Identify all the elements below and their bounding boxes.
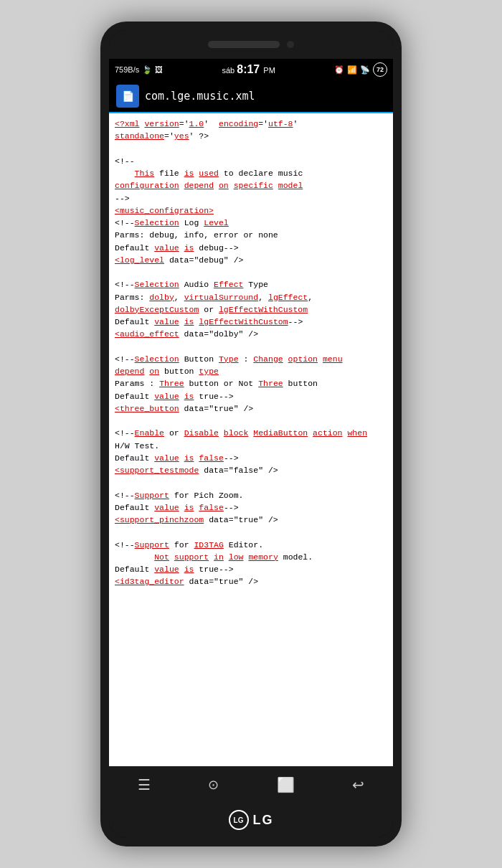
line-audio-effect: <audio_effect data="dolby" />: [115, 328, 387, 340]
app-header: 📄 com.lge.music.xml: [109, 80, 393, 113]
menu-icon: ☰: [138, 777, 151, 793]
app-title: com.lge.music.xml: [145, 90, 255, 103]
battery-display: 72: [373, 62, 387, 77]
alarm-icon: ⏰: [334, 65, 344, 75]
line-three-button: <three_button data="true" />: [115, 402, 387, 415]
line-blank-4: [115, 415, 387, 427]
period-label: PM: [263, 66, 275, 75]
line-default-log: Default value is debug-->: [115, 242, 387, 254]
lg-circle-text: LG: [234, 816, 244, 824]
line-testmode: <support_testmode data="false" />: [115, 464, 387, 476]
line-parms-audio: Parms: dolby, virtualSurround, lgEffect,: [115, 291, 387, 303]
signal-icon: 📡: [360, 65, 370, 75]
front-camera: [287, 41, 294, 48]
phone-top-decoration: [109, 30, 393, 59]
xml-icon-symbol: 📄: [122, 90, 134, 102]
line-enable: <!--Enable or Disable block MediaButton …: [115, 427, 387, 439]
status-bar: 759B/s 🍃 🖼 sáb 8:17 PM ⏰ 📶 📡 72: [109, 59, 393, 80]
bottom-nav: ☰ ⊙ ⬜ ↩: [109, 766, 393, 802]
line-default-pinch: Default value is false-->: [115, 501, 387, 514]
line-sel-audio: <!--Selection Audio Effect Type: [115, 278, 387, 291]
line-hw-test: H/W Test.: [115, 440, 387, 452]
status-right: ⏰ 📶 📡 72: [334, 62, 387, 77]
line-default-test: Default value is false-->: [115, 452, 387, 464]
wifi-icon: 📶: [347, 65, 357, 75]
line-comment-1: This file is used to declare music: [115, 167, 387, 179]
line-1: <?xml version='1.0' encoding='utf-8': [115, 118, 387, 130]
phone-device: 759B/s 🍃 🖼 sáb 8:17 PM ⏰ 📶 📡 72: [100, 22, 402, 846]
line-blank-5: [115, 476, 387, 489]
day-label: sáb: [222, 66, 235, 75]
line-comment-end: -->: [115, 192, 387, 204]
home-icon: ⊙: [208, 778, 219, 792]
line-default-id3: Default value is true-->: [115, 563, 387, 575]
status-left: 759B/s 🍃 🖼: [115, 65, 163, 75]
home-button[interactable]: ⊙: [202, 770, 224, 798]
line-blank-1: [115, 143, 387, 155]
line-pinch: <!--Support for Pich Zoom.: [115, 489, 387, 501]
time-value: 8:17: [237, 63, 260, 75]
xml-content[interactable]: <?xml version='1.0' encoding='utf-8' sta…: [109, 113, 393, 766]
line-blank-3: [115, 341, 387, 353]
leaf-icon: 🍃: [142, 65, 152, 75]
back-button[interactable]: ↩: [346, 770, 370, 799]
image-icon: 🖼: [155, 65, 163, 74]
network-speed: 759B/s: [115, 65, 139, 74]
line-comment-start: <!--: [115, 155, 387, 167]
line-id3-note: Not support in low memory model.: [115, 551, 387, 563]
line-sel-button: <!--Selection Button Type : Change optio…: [115, 353, 387, 365]
line-id3-editor: <id3tag_editor data="true" />: [115, 575, 387, 588]
phone-screen: 759B/s 🍃 🖼 sáb 8:17 PM ⏰ 📶 📡 72: [109, 30, 393, 838]
line-default-button: Default value is true-->: [115, 390, 387, 402]
menu-button[interactable]: ☰: [132, 770, 156, 799]
line-id3: <!--Support for ID3TAG Editor.: [115, 539, 387, 551]
line-tag-music: <music_configration>: [115, 204, 387, 217]
app-icon: 📄: [116, 85, 139, 108]
line-depend-button: depend on button type: [115, 365, 387, 377]
line-2: standalone='yes' ?>: [115, 130, 387, 142]
lg-logo-circle: LG: [229, 810, 249, 830]
recent-icon: ⬜: [277, 777, 295, 793]
lg-brand-text: LG: [253, 813, 274, 828]
lg-brand-area: LG LG: [109, 802, 393, 838]
line-blank-2: [115, 266, 387, 278]
line-default-audio: Default value is lgEffectWithCustom-->: [115, 316, 387, 328]
recent-button[interactable]: ⬜: [271, 770, 300, 799]
line-comment-2: configuration depend on specific model: [115, 179, 387, 192]
line-blank-6: [115, 526, 387, 538]
line-log-level: <log_level data="debug" />: [115, 254, 387, 266]
line-parms-log: Parms: debug, info, error or none: [115, 229, 387, 241]
line-sel-log: <!--Selection Log Level: [115, 217, 387, 229]
line-pinchzoom: <support_pinchzoom data="true" />: [115, 514, 387, 526]
back-icon: ↩: [352, 777, 364, 793]
line-params-button: Params : Three button or Not Three butto…: [115, 377, 387, 390]
status-center: sáb 8:17 PM: [222, 63, 275, 76]
line-parms-audio2: dolbyExceptCustom or lgEffectWithCustom: [115, 303, 387, 316]
speaker-grille: [208, 41, 280, 48]
